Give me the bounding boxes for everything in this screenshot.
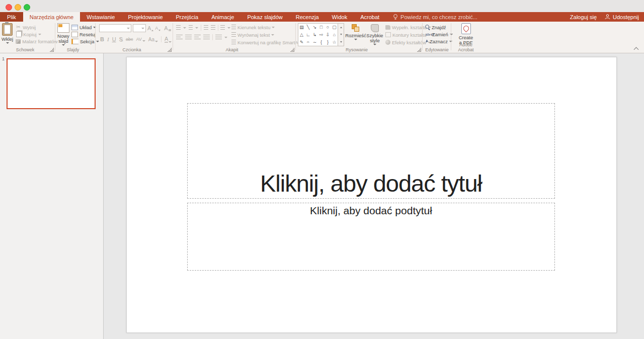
font-name-combobox[interactable] [99,24,131,32]
text-direction-button[interactable]: Kierunek tekstu [231,24,306,31]
subtitle-placeholder[interactable]: Kliknij, aby dodać podtytuł [187,203,555,271]
tab-animacje[interactable]: Animacje [205,12,240,22]
replace-button[interactable]: ab ⇄ Zamień [425,31,451,38]
shape-rectangle[interactable]: □ [320,25,323,30]
align-text-button[interactable]: Wyrównaj tekst [231,31,306,38]
font-dialog-launcher[interactable] [168,48,172,52]
shape-star[interactable]: ☆ [332,40,336,45]
tab-pokaz-slajdow[interactable]: Pokaz slajdów [240,12,289,22]
create-pdf-button[interactable]: Create a PDF [455,22,477,45]
tab-narzedzia-glowne[interactable]: Narzędzia główne [23,12,80,22]
paragraph-dialog-launcher[interactable] [290,48,294,52]
decrease-indent-button[interactable] [204,25,208,30]
shape-down-arrow[interactable]: ⇩ [326,32,330,37]
increase-indent-button[interactable] [211,25,215,30]
slide-1-thumbnail[interactable] [7,58,96,109]
shape-triangle[interactable]: △ [300,32,303,37]
slide-canvas[interactable]: Kliknij, aby dodać tytuł Kliknij, aby do… [126,57,617,333]
numbering-button[interactable] [189,25,193,30]
tab-plik[interactable]: Plik [0,12,23,22]
gallery-more-button[interactable] [340,41,342,43]
tab-wstawianie[interactable]: Wstawianie [80,12,121,22]
quick-styles-button[interactable]: Szybkie style [365,23,384,45]
bullets-button[interactable] [176,25,181,30]
shape-right-brace[interactable]: } [327,40,329,45]
shapes-gallery-scrollbar [338,23,344,46]
convert-to-smartart-button[interactable]: Konwertuj na grafikę SmartArt [231,39,306,46]
replace-label: Zamień [432,32,448,37]
paste-button[interactable]: Wklej [2,22,13,45]
find-button[interactable]: Znajdź [425,24,451,31]
gallery-scroll-up-button[interactable] [340,27,342,28]
tell-me-box[interactable]: Powiedz mi, co chcesz zrobić... [393,12,477,22]
tab-recenzja[interactable]: Recenzja [289,12,326,22]
shape-left-brace[interactable]: { [320,40,322,45]
sign-in-link[interactable]: Zaloguj się [570,14,597,20]
shape-flowchart[interactable]: ⌂ [333,32,336,37]
group-editing: Znajdź ab ⇄ Zamień Zaznacz Edytowanie [423,22,451,53]
zoom-window-button[interactable] [24,4,30,11]
close-window-button[interactable] [6,4,12,11]
layout-icon [71,25,78,30]
ribbon-tab-bar: Plik Narzędzia główne Wstawianie Projekt… [0,12,644,22]
tab-przejscia[interactable]: Przejścia [170,12,205,22]
title-placeholder[interactable]: Kliknij, aby dodać tytuł [187,103,555,199]
share-button[interactable]: Udostępnij [605,14,639,20]
paste-label: Wklej [2,37,13,42]
shape-right-arrow[interactable]: ⇨ [319,32,324,37]
shape-arc[interactable]: ⌢ [307,39,310,45]
shape-arrow[interactable]: ↘ [313,25,317,30]
align-left-button[interactable] [176,35,183,40]
tab-projektowanie[interactable]: Projektowanie [121,12,169,22]
italic-button[interactable]: I [107,36,109,42]
copy-button[interactable]: Kopiuj [15,31,57,38]
clipboard-dialog-launcher[interactable] [50,48,54,52]
shape-outline-icon [385,32,391,37]
quick-styles-label: Szybkie style [365,33,384,43]
font-color-button[interactable]: A [165,36,172,43]
bold-button[interactable]: B [100,36,104,42]
align-right-button[interactable] [194,35,201,40]
character-spacing-button[interactable]: AV [136,37,145,42]
strikethrough-button[interactable]: abc [126,37,133,42]
new-slide-button[interactable]: Nowy slajd [57,22,69,46]
shape-rounded-rectangle[interactable]: ▢ [332,25,337,30]
shape-elbow-arrow[interactable]: ↳ [313,32,317,37]
cut-label: Wytnij [23,25,36,30]
shape-textbox[interactable]: ▤ [299,25,304,30]
text-shadow-button[interactable]: S [119,36,123,42]
format-painter-button[interactable]: Malarz formatów [15,38,57,45]
select-button[interactable]: Zaznacz [425,38,451,45]
underline-button[interactable]: U [112,36,116,42]
increase-font-size-button[interactable]: A [147,26,153,31]
subtitle-placeholder-text: Kliknij, aby dodać podtytuł [310,203,432,217]
find-label: Znajdź [432,25,446,30]
layout-label: Układ [79,25,92,30]
change-case-button[interactable]: Aa [148,37,158,42]
shape-oval[interactable]: ○ [327,25,329,30]
gallery-scroll-down-button[interactable] [340,34,342,35]
align-center-button[interactable] [185,35,192,40]
shapes-gallery[interactable]: ▤ ╲ ↘ □ ○ ▢ △ ∟ ↳ ⇨ ⇩ ⌂ ✎ ⌢ ∼ { } ☆ [298,23,338,46]
minimize-window-button[interactable] [15,4,21,11]
decrease-font-size-button[interactable]: A [155,26,160,31]
editing-group-label: Edytowanie [423,47,451,52]
tab-acrobat[interactable]: Acrobat [354,12,386,22]
shape-freeform[interactable]: ✎ [300,40,304,45]
collapse-ribbon-button[interactable] [633,46,640,51]
clear-formatting-button[interactable]: A [164,26,171,31]
font-size-combobox[interactable] [133,24,146,32]
shape-curve[interactable]: ∼ [313,40,317,45]
columns-button[interactable] [215,35,222,40]
shape-elbow-connector[interactable]: ∟ [306,32,310,37]
new-slide-dropdown-caret [62,44,65,46]
justify-button[interactable] [203,35,210,40]
line-spacing-button[interactable] [220,25,225,30]
shape-line[interactable]: ╲ [307,25,309,30]
arrange-button[interactable]: Rozmieść [346,23,365,40]
drawing-dialog-launcher[interactable] [417,48,421,52]
tab-widok[interactable]: Widok [326,12,354,22]
slide-thumbnail-panel[interactable]: 1 [0,53,104,339]
group-adobe-acrobat: Create a PDF Adobe Acrobat [451,22,480,53]
cut-button[interactable]: ✂ Wytnij [15,24,57,31]
